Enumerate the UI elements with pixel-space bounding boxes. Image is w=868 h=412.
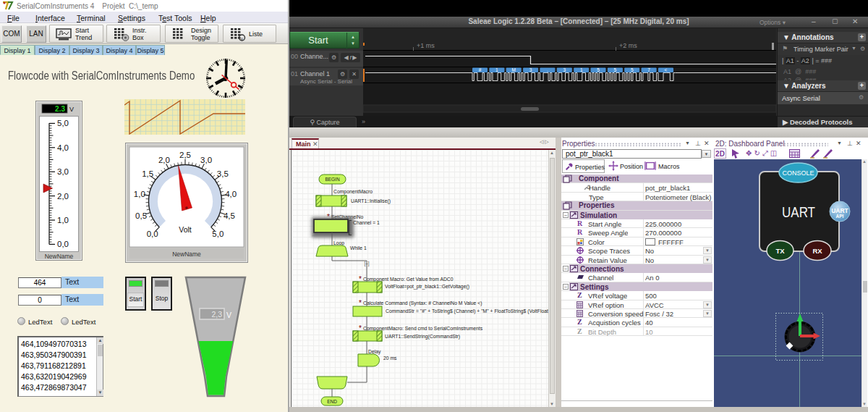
svg-text:1: 1 <box>495 67 498 72</box>
svg-text:5: 5 <box>597 67 600 72</box>
svg-text:UART1::Initialise(): UART1::Initialise() <box>351 198 391 204</box>
svg-text:M: M <box>511 67 515 72</box>
svg-text:V: V <box>226 311 231 319</box>
svg-text:API: API <box>836 214 844 219</box>
svg-text:RX: RX <box>812 247 822 255</box>
svg-text:NewName: NewName <box>172 251 201 258</box>
svg-text:0,0: 0,0 <box>57 240 69 248</box>
svg-text:4,5: 4,5 <box>224 211 235 220</box>
svg-text:CommandStr = "#" + ToString$ (: CommandStr = "#" + ToString$ (Channel) +… <box>386 308 549 314</box>
svg-text:3,5: 3,5 <box>217 169 229 178</box>
svg-text:Channel = 1: Channel = 1 <box>353 220 380 225</box>
svg-text:CONSOLE: CONSOLE <box>782 169 814 177</box>
svg-text:Volt: Volt <box>179 225 192 234</box>
svg-text:2.3: 2.3 <box>55 105 65 113</box>
svg-text:1: 1 <box>580 67 583 72</box>
svg-text:V: V <box>69 106 74 113</box>
svg-text:UART1::SendString(CommandStr): UART1::SendString(CommandStr) <box>385 334 460 340</box>
svg-text:u: u <box>241 36 243 41</box>
svg-text:VoltFloat=pot_ptr_black1::GetV: VoltFloat=pot_ptr_black1::GetVoltage() <box>385 284 469 290</box>
svg-text:ComponentMacro: ComponentMacro <box>333 189 373 195</box>
svg-text:3: 3 <box>529 67 532 72</box>
svg-text:4,0: 4,0 <box>57 143 69 152</box>
svg-text:3: 3 <box>563 67 566 72</box>
svg-text:5: 5 <box>614 67 617 72</box>
svg-text:[–]: [–] <box>364 261 369 266</box>
svg-text:0,0: 0,0 <box>147 230 158 238</box>
svg-text:5,0: 5,0 <box>57 119 69 127</box>
svg-text:5,0: 5,0 <box>212 230 224 238</box>
svg-text:4,0: 4,0 <box>225 190 237 198</box>
svg-text:END: END <box>327 399 337 404</box>
svg-text:BEGIN: BEGIN <box>325 177 340 182</box>
svg-text:*: * <box>359 299 362 307</box>
svg-text:#: # <box>479 67 482 72</box>
svg-text:20 ms: 20 ms <box>383 356 397 361</box>
svg-text:5: 5 <box>631 67 634 72</box>
svg-text:1,0: 1,0 <box>57 216 69 224</box>
svg-text:<: < <box>665 67 668 72</box>
svg-text:2,5: 2,5 <box>179 151 191 159</box>
svg-text:.: . <box>547 67 548 72</box>
svg-text:While 1: While 1 <box>350 245 367 251</box>
svg-text:3,0: 3,0 <box>57 167 69 176</box>
svg-text:3,0: 3,0 <box>200 156 212 164</box>
svg-text:NewName: NewName <box>45 253 74 260</box>
svg-text:2,3: 2,3 <box>211 310 222 319</box>
svg-text:0,5: 0,5 <box>135 211 147 220</box>
svg-text:1,0: 1,0 <box>134 190 145 198</box>
svg-text:TX: TX <box>775 247 785 255</box>
svg-text:Calculate Command (Syntax: #: Calculate Command (Syntax: # ChannelNo M… <box>363 300 482 306</box>
svg-text:UART: UART <box>782 203 815 220</box>
svg-text:2,0: 2,0 <box>158 156 170 164</box>
svg-text:7: 7 <box>647 67 650 72</box>
svg-text:1,5: 1,5 <box>142 169 153 178</box>
svg-text:2,0: 2,0 <box>57 192 69 201</box>
svg-text:↔: ↔ <box>311 233 315 237</box>
